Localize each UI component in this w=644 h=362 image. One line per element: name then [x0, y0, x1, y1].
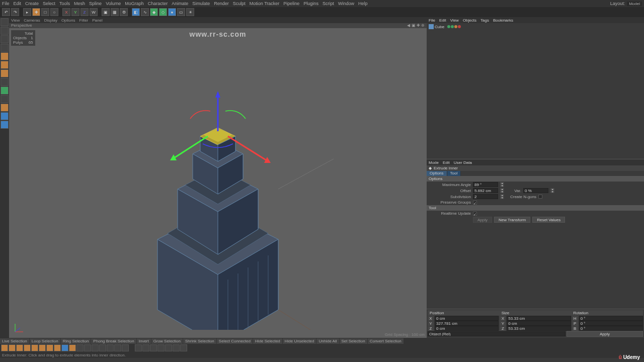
- grow-selection-button[interactable]: Grow Selection: [151, 338, 183, 344]
- menu-mesh[interactable]: Mesh: [74, 1, 85, 6]
- texture-mode-icon[interactable]: [1, 35, 9, 43]
- extrude-icon[interactable]: [61, 344, 68, 351]
- snap-icon[interactable]: [1, 95, 9, 103]
- am-mode[interactable]: Mode: [429, 160, 439, 165]
- menu-motiontracker[interactable]: Motion Tracker: [250, 1, 280, 6]
- om-tags[interactable]: Tags: [480, 18, 489, 23]
- max-angle-spinner[interactable]: ▴▾: [500, 182, 504, 187]
- menu-animate[interactable]: Animate: [172, 1, 188, 6]
- offset-spinner[interactable]: ▴▾: [500, 188, 504, 193]
- shrink-selection-button[interactable]: Shrink Selection: [183, 338, 216, 344]
- iron-icon[interactable]: [76, 344, 84, 351]
- menu-render[interactable]: Render: [214, 1, 229, 6]
- x-size-input[interactable]: [507, 316, 571, 321]
- menu-pipeline[interactable]: Pipeline: [283, 1, 299, 6]
- hide-selected-button[interactable]: Hide Selected: [253, 338, 282, 344]
- bevel-icon[interactable]: [107, 344, 114, 351]
- phong-break-button[interactable]: Phong Break Selection: [91, 338, 136, 344]
- array-icon[interactable]: [180, 344, 187, 351]
- generator-icon[interactable]: ◆: [150, 8, 158, 16]
- y-size-input[interactable]: [507, 321, 571, 326]
- x-axis-icon[interactable]: X: [62, 8, 70, 16]
- unhide-all-button[interactable]: Unhide All: [316, 338, 339, 344]
- ngons-checkbox[interactable]: [538, 195, 542, 199]
- melt-icon[interactable]: [173, 344, 180, 351]
- workplane-snap-icon[interactable]: [1, 104, 9, 112]
- set-selection-button[interactable]: Set Selection: [340, 338, 367, 344]
- realtime-checkbox[interactable]: [473, 212, 477, 216]
- render-region-icon[interactable]: ▦: [111, 8, 119, 16]
- subdiv-spinner[interactable]: ▴▾: [500, 194, 504, 199]
- redo-icon[interactable]: ↷: [11, 8, 19, 16]
- z-axis-icon[interactable]: Z: [80, 8, 89, 16]
- tag-close-icon[interactable]: [458, 25, 461, 28]
- menu-simulate[interactable]: Simulate: [192, 1, 210, 6]
- z-pos-input[interactable]: [435, 326, 499, 331]
- om-edit[interactable]: Edit: [439, 18, 446, 23]
- extrude-inner-icon[interactable]: [69, 344, 76, 351]
- select-icon[interactable]: ▸: [23, 8, 31, 16]
- brush-icon[interactable]: [16, 344, 23, 351]
- vp-view[interactable]: View: [11, 18, 20, 23]
- bridge-icon[interactable]: [9, 344, 16, 351]
- om-objects[interactable]: Objects: [463, 18, 476, 23]
- menu-script[interactable]: Script: [323, 1, 334, 6]
- hide-unselected-button[interactable]: Hide Unselected: [283, 338, 316, 344]
- make-editable-icon[interactable]: [1, 18, 9, 26]
- tree-item-cube[interactable]: Cube: [429, 24, 642, 29]
- create-point-icon[interactable]: [1, 344, 8, 351]
- deformer-icon[interactable]: ◇: [159, 8, 167, 16]
- close-hole-icon[interactable]: [24, 344, 31, 351]
- point-mode-icon[interactable]: [1, 52, 9, 60]
- untriangulate-icon[interactable]: [165, 344, 172, 351]
- line-cut-icon[interactable]: [39, 344, 46, 351]
- vp-cameras[interactable]: Cameras: [24, 18, 40, 23]
- subdiv-input[interactable]: [473, 194, 498, 199]
- plane-cut-icon[interactable]: [46, 344, 53, 351]
- menu-create[interactable]: Create: [25, 1, 39, 6]
- menu-tools[interactable]: Tools: [59, 1, 70, 6]
- var-spinner[interactable]: ▴▾: [550, 188, 554, 193]
- vp-display[interactable]: Display: [44, 18, 57, 23]
- menu-help[interactable]: Help: [358, 1, 368, 6]
- slide-icon[interactable]: [99, 344, 106, 351]
- menu-plugins[interactable]: Plugins: [303, 1, 318, 6]
- weld-icon[interactable]: [122, 344, 129, 351]
- poly-pen-icon[interactable]: [31, 344, 38, 351]
- viewport-nav-icons[interactable]: ◀ ▣ ✚ ⊕: [407, 23, 425, 28]
- menu-select[interactable]: Select: [43, 1, 55, 6]
- undo-icon[interactable]: ↶: [2, 8, 10, 16]
- om-bookmarks[interactable]: Bookmarks: [493, 18, 513, 23]
- tweak-icon[interactable]: [1, 86, 9, 95]
- y-pos-input[interactable]: [435, 321, 499, 326]
- triangulate-icon[interactable]: [157, 344, 165, 351]
- select-connected-button[interactable]: Select Connected: [217, 338, 253, 344]
- h-rot-input[interactable]: [579, 316, 643, 321]
- z-size-input[interactable]: [507, 326, 571, 331]
- am-edit[interactable]: Edit: [443, 160, 450, 165]
- viewport-3d[interactable]: Total Objects1 Polys65: [9, 28, 427, 338]
- menu-mograph[interactable]: MoGraph: [125, 1, 144, 6]
- tab-options[interactable]: Options: [427, 171, 447, 176]
- spline-icon[interactable]: ∿: [141, 8, 149, 16]
- visibility-render-icon[interactable]: [451, 25, 454, 28]
- render-settings-icon[interactable]: ⚙: [120, 8, 128, 16]
- b-rot-input[interactable]: [579, 326, 643, 331]
- var-input[interactable]: [523, 188, 548, 193]
- preserve-checkbox[interactable]: [473, 201, 477, 205]
- menu-volume[interactable]: Volume: [106, 1, 121, 6]
- edge-mode-icon[interactable]: [1, 61, 9, 69]
- stitch-icon[interactable]: [114, 344, 121, 351]
- menu-spline[interactable]: Spline: [89, 1, 102, 6]
- offset-input[interactable]: [473, 188, 498, 193]
- object-manager[interactable]: Cube: [427, 23, 644, 159]
- model-mode-icon[interactable]: [1, 27, 9, 35]
- menu-edit[interactable]: Edit: [14, 1, 22, 6]
- magnet-icon[interactable]: [84, 344, 91, 351]
- invert-button[interactable]: Invert: [137, 338, 151, 344]
- loop-cut-icon[interactable]: [54, 344, 61, 351]
- p-rot-input[interactable]: [579, 321, 643, 326]
- polygon-mode-icon[interactable]: [1, 69, 9, 77]
- x-pos-input[interactable]: [435, 316, 499, 321]
- rotate-icon[interactable]: ○: [50, 8, 58, 16]
